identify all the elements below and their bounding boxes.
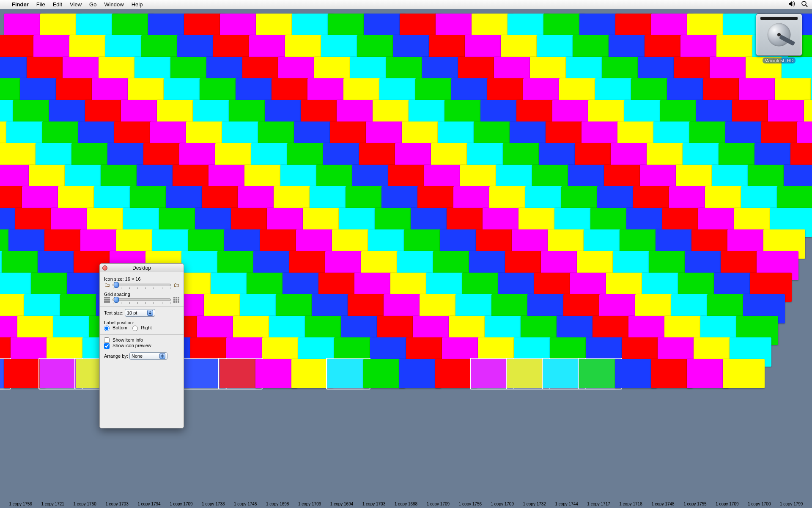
file-label: 1 copy 1756 bbox=[9, 502, 32, 506]
show-icon-preview[interactable]: Show icon preview bbox=[104, 343, 151, 348]
label-position-label: Label position: bbox=[104, 320, 134, 325]
menu-view[interactable]: View bbox=[70, 1, 82, 8]
file-label: 1 copy 1732 bbox=[523, 502, 546, 506]
file-label: 1 copy 1718 bbox=[619, 502, 642, 506]
text-size-value: 10 pt bbox=[127, 310, 137, 315]
close-button[interactable] bbox=[102, 265, 107, 271]
file-label: 1 copy 1709 bbox=[491, 502, 514, 506]
show-icon-preview-checkbox[interactable] bbox=[104, 343, 110, 349]
file-label: 1 copy 1799 bbox=[780, 502, 803, 506]
text-size-label: Text size: bbox=[104, 310, 123, 315]
file-label: 1 copy 1703 bbox=[362, 502, 386, 506]
grid-spacing-small-icon bbox=[104, 297, 110, 303]
file-label: 1 copy 1748 bbox=[651, 502, 675, 506]
text-size-select[interactable]: 10 pt bbox=[125, 309, 155, 317]
radio-bottom[interactable] bbox=[104, 326, 110, 331]
hd-label: Macintosh HD bbox=[763, 58, 795, 64]
icon-size-slider[interactable] bbox=[112, 284, 171, 286]
file-label: 1 copy 1700 bbox=[748, 502, 771, 506]
file-label: 1 copy 1738 bbox=[202, 502, 225, 506]
menu-edit[interactable]: Edit bbox=[53, 1, 62, 8]
panel-title: Desktop bbox=[132, 265, 151, 271]
file-label: 1 copy 1755 bbox=[683, 502, 707, 506]
desktop[interactable]: Macintosh HD 1 copy 17561 copy 17211 cop… bbox=[0, 9, 812, 508]
label-position-bottom[interactable]: Bottom bbox=[104, 325, 129, 330]
file-label: 1 copy 1721 bbox=[41, 502, 64, 506]
menu-bar: Finder File Edit View Go Window Help bbox=[0, 0, 812, 9]
menu-help[interactable]: Help bbox=[132, 1, 143, 8]
spotlight-icon[interactable] bbox=[801, 0, 808, 8]
panel-titlebar[interactable]: Desktop bbox=[100, 264, 184, 272]
show-item-info[interactable]: Show item info bbox=[104, 337, 143, 342]
menu-window[interactable]: Window bbox=[104, 1, 123, 8]
stepper-icon bbox=[147, 310, 153, 316]
grid-spacing-large-icon bbox=[173, 297, 179, 303]
desktop-item-labels: 1 copy 17561 copy 17211 copy 17501 copy … bbox=[0, 502, 812, 506]
file-label: 1 copy 1688 bbox=[395, 502, 418, 506]
desktop-tile[interactable] bbox=[723, 359, 765, 388]
file-label: 1 copy 1794 bbox=[137, 502, 161, 506]
file-label: 1 copy 1709 bbox=[170, 502, 193, 506]
label-position-right[interactable]: Right bbox=[132, 325, 152, 330]
file-label: 1 copy 1709 bbox=[716, 502, 739, 506]
svg-point-0 bbox=[802, 1, 806, 6]
file-label: 1 copy 1756 bbox=[459, 502, 482, 506]
file-label: 1 copy 1694 bbox=[330, 502, 354, 506]
arrange-by-label: Arrange by: bbox=[104, 353, 128, 359]
app-name[interactable]: Finder bbox=[12, 1, 29, 8]
arrange-by-value: None bbox=[132, 353, 143, 359]
radio-right[interactable] bbox=[132, 326, 138, 331]
file-label: 1 copy 1698 bbox=[266, 502, 289, 506]
file-label: 1 copy 1709 bbox=[298, 502, 321, 506]
file-label: 1 copy 1750 bbox=[73, 502, 96, 506]
menu-file[interactable]: File bbox=[36, 1, 45, 8]
arrange-by-select[interactable]: None bbox=[129, 352, 167, 360]
volume-menu-icon[interactable] bbox=[788, 1, 795, 8]
menu-go[interactable]: Go bbox=[89, 1, 96, 8]
view-options-panel[interactable]: Desktop Icon size: 16 × 16 🗂 🗂 Grid spac… bbox=[99, 263, 184, 428]
file-label: 1 copy 1703 bbox=[105, 502, 129, 506]
macintosh-hd-icon[interactable]: Macintosh HD bbox=[754, 14, 804, 64]
file-label: 1 copy 1744 bbox=[555, 502, 578, 506]
file-label: 1 copy 1745 bbox=[234, 502, 257, 506]
file-label: 1 copy 1709 bbox=[427, 502, 450, 506]
icon-size-label: Icon size: 16 × 16 bbox=[104, 276, 141, 282]
show-item-info-checkbox[interactable] bbox=[104, 337, 110, 343]
svg-line-1 bbox=[806, 5, 807, 7]
grid-spacing-label: Grid spacing bbox=[104, 292, 130, 297]
icon-size-small-icon: 🗂 bbox=[104, 282, 110, 288]
stepper-icon bbox=[159, 353, 165, 359]
file-label: 1 copy 1717 bbox=[587, 502, 610, 506]
icon-size-large-icon: 🗂 bbox=[173, 282, 179, 288]
hard-drive-icon bbox=[756, 14, 802, 56]
grid-spacing-slider[interactable] bbox=[112, 298, 171, 301]
